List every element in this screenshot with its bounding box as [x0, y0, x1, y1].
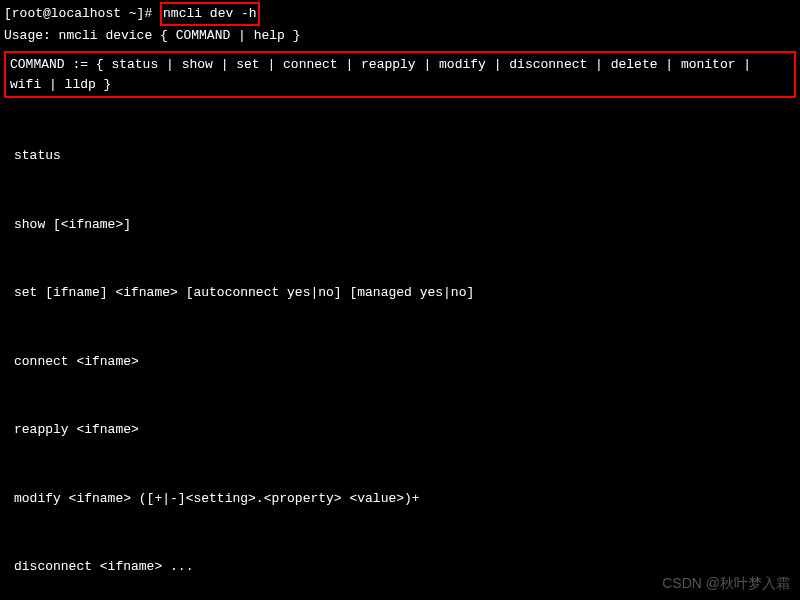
- cmd-status: status: [14, 146, 786, 166]
- cmd-reapply: reapply <ifname>: [14, 420, 786, 440]
- typed-command-highlight: nmcli dev -h: [160, 2, 260, 26]
- command-list-box: COMMAND := { status | show | set | conne…: [4, 51, 796, 98]
- prompt-line-1: [root@localhost ~]# nmcli dev -h: [4, 2, 796, 26]
- cmd-show: show [<ifname>]: [14, 215, 786, 235]
- cmd-modify: modify <ifname> ([+|-]<setting>.<propert…: [14, 489, 786, 509]
- cmd-set: set [ifname] <ifname> [autoconnect yes|n…: [14, 283, 786, 303]
- watermark-text: CSDN @秋叶梦入霜: [662, 573, 790, 594]
- usage-line: Usage: nmcli device { COMMAND | help }: [4, 26, 796, 46]
- shell-prompt: [root@localhost ~]#: [4, 6, 160, 21]
- help-output: status show [<ifname>] set [ifname] <ifn…: [4, 98, 796, 600]
- cmd-connect: connect <ifname>: [14, 352, 786, 372]
- terminal-output[interactable]: [root@localhost ~]# nmcli dev -h Usage: …: [0, 0, 800, 600]
